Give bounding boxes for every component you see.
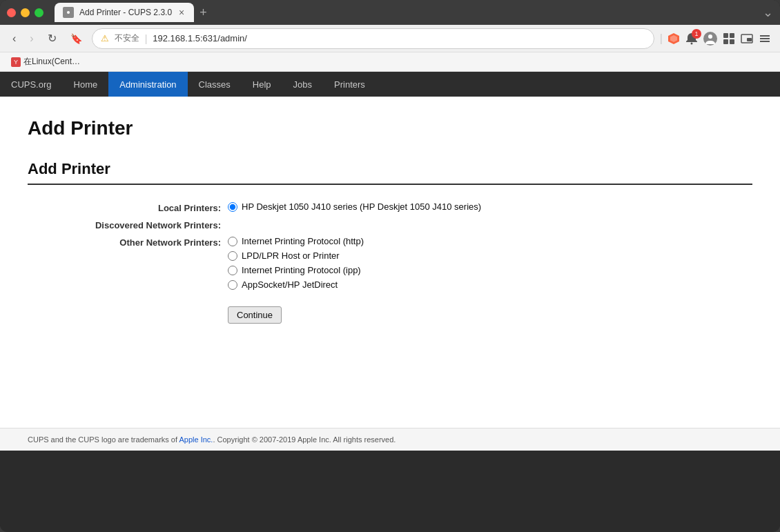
- nav-help[interactable]: Help: [242, 72, 282, 97]
- browser-window: Add Printer - CUPS 2.3.0 × + ⌄ ‹ › ↻ 🔖 ⚠…: [0, 0, 780, 532]
- refresh-button[interactable]: ↻: [43, 29, 61, 48]
- svg-rect-8: [730, 33, 734, 38]
- other-printer-ipp-http[interactable]: Internet Printing Protocol (http): [228, 236, 364, 246]
- close-button[interactable]: [7, 8, 16, 17]
- brave-icon[interactable]: [667, 32, 681, 46]
- form-table: Local Printers: HP Deskjet 1050 J410 ser…: [28, 201, 752, 324]
- other-printers-row: Other Network Printers: Internet Printin…: [28, 236, 752, 290]
- bookmark-bar: Y 在Linux(Cent…: [0, 52, 780, 72]
- separator-line: |: [660, 32, 663, 45]
- ipp-ipp-radio[interactable]: [228, 266, 237, 275]
- other-printer-lpd[interactable]: LPD/LPR Host or Printer: [228, 250, 364, 261]
- page-title: Add Printer: [28, 117, 752, 139]
- svg-rect-14: [760, 38, 770, 39]
- lpd-radio[interactable]: [228, 251, 237, 261]
- svg-point-4: [691, 42, 693, 44]
- svg-rect-10: [730, 39, 734, 44]
- svg-rect-9: [723, 39, 728, 44]
- svg-rect-7: [723, 33, 728, 38]
- footer-text-before: CUPS and the CUPS logo are trademarks of: [28, 435, 179, 444]
- other-printer-appsocket[interactable]: AppSocket/HP JetDirect: [228, 279, 364, 290]
- tab-close-button[interactable]: ×: [177, 7, 186, 18]
- svg-point-6: [708, 35, 712, 39]
- bookmark-item[interactable]: Y 在Linux(Cent…: [8, 55, 83, 69]
- page-content: Add Printer Add Printer Local Printers: …: [0, 97, 780, 428]
- nav-printers[interactable]: Printers: [323, 72, 376, 97]
- warning-icon: ⚠: [101, 33, 109, 43]
- nav-home[interactable]: Home: [63, 72, 109, 97]
- avatar-icon[interactable]: [703, 31, 718, 46]
- other-printers-options: Internet Printing Protocol (http) LPD/LP…: [228, 236, 364, 290]
- cups-nav: CUPS.org Home Administration Classes Hel…: [0, 72, 780, 97]
- title-bar: Add Printer - CUPS 2.3.0 × + ⌄: [0, 0, 780, 25]
- discovered-printers-row: Discovered Network Printers:: [28, 219, 752, 230]
- menu-icon[interactable]: [758, 32, 772, 46]
- other-printers-label: Other Network Printers:: [28, 236, 228, 248]
- appsocket-label: AppSocket/HP JetDirect: [242, 279, 338, 290]
- local-printer-hp-radio[interactable]: [228, 202, 237, 212]
- svg-rect-15: [760, 41, 770, 42]
- notification-badge: 1: [692, 29, 701, 39]
- continue-row: Continue: [28, 295, 752, 324]
- traffic-lights: [7, 8, 43, 17]
- discovered-printers-label: Discovered Network Printers:: [28, 219, 228, 230]
- ipp-http-label: Internet Printing Protocol (http): [242, 236, 364, 246]
- address-separator: |: [145, 33, 148, 44]
- local-printers-row: Local Printers: HP Deskjet 1050 J410 ser…: [28, 201, 752, 213]
- nav-administration[interactable]: Administration: [108, 72, 187, 97]
- svg-rect-12: [747, 38, 752, 41]
- address-text: 192.168.1.5:631/admin/: [153, 33, 645, 43]
- nav-jobs[interactable]: Jobs: [282, 72, 323, 97]
- bookmark-label: 在Linux(Cent…: [23, 56, 80, 68]
- local-printer-hp-label: HP Deskjet 1050 J410 series (HP Deskjet …: [242, 201, 481, 212]
- nav-cups-org[interactable]: CUPS.org: [0, 72, 63, 97]
- not-secure-label: 不安全: [115, 32, 139, 44]
- section-title: Add Printer: [28, 160, 752, 185]
- other-printer-ipp-ipp[interactable]: Internet Printing Protocol (ipp): [228, 265, 364, 275]
- ipp-ipp-label: Internet Printing Protocol (ipp): [242, 265, 361, 275]
- local-printer-hp[interactable]: HP Deskjet 1050 J410 series (HP Deskjet …: [228, 201, 481, 212]
- lpd-label: LPD/LPR Host or Printer: [242, 250, 340, 261]
- active-tab[interactable]: Add Printer - CUPS 2.3.0 ×: [55, 3, 194, 22]
- local-printers-label: Local Printers:: [28, 201, 228, 213]
- svg-rect-13: [760, 35, 770, 37]
- bookmark-favicon: Y: [11, 57, 21, 67]
- tab-title: Add Printer - CUPS 2.3.0: [79, 8, 172, 17]
- continue-button[interactable]: Continue: [228, 306, 282, 324]
- new-tab-button[interactable]: +: [194, 3, 213, 22]
- nav-classes[interactable]: Classes: [188, 72, 242, 97]
- nav-bar: ‹ › ↻ 🔖 ⚠ 不安全 | 192.168.1.5:631/admin/ |: [0, 25, 780, 52]
- notification-icon-container[interactable]: 1: [685, 32, 699, 46]
- tab-favicon: [63, 7, 74, 18]
- window-collapse-button[interactable]: ⌄: [763, 5, 773, 20]
- minimize-button[interactable]: [21, 8, 30, 17]
- back-button[interactable]: ‹: [8, 30, 20, 48]
- page-footer: CUPS and the CUPS logo are trademarks of…: [0, 428, 780, 451]
- forward-button[interactable]: ›: [26, 30, 37, 48]
- extensions-icon[interactable]: [722, 32, 736, 46]
- svg-point-1: [67, 11, 70, 14]
- footer-apple-link[interactable]: Apple Inc.: [179, 435, 213, 444]
- maximize-button[interactable]: [35, 8, 43, 17]
- ipp-http-radio[interactable]: [228, 237, 237, 246]
- pip-icon[interactable]: [740, 32, 754, 46]
- nav-right-icons: | 1: [660, 31, 772, 46]
- footer-text-after: . Copyright © 2007-2019 Apple Inc. All r…: [213, 435, 396, 444]
- brave-icon-container: [667, 32, 681, 46]
- address-bar[interactable]: ⚠ 不安全 | 192.168.1.5:631/admin/: [92, 28, 654, 49]
- appsocket-radio[interactable]: [228, 280, 237, 290]
- bookmark-button[interactable]: 🔖: [66, 30, 86, 47]
- local-printers-options: HP Deskjet 1050 J410 series (HP Deskjet …: [228, 201, 481, 212]
